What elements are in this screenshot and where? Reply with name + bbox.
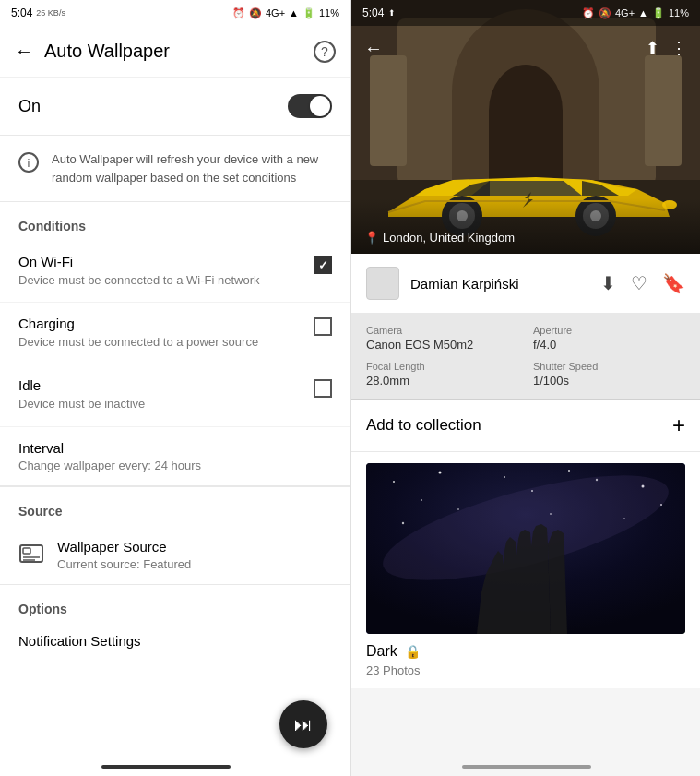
svg-rect-10: [370, 55, 407, 166]
interval-row: Interval Change wallpaper every: 24 hour…: [0, 427, 350, 486]
idle-condition-row: Idle Device must be inactive: [0, 364, 350, 426]
right-panel: 5:04 ⬆ ⏰ 🔕 4G+ ▲ 🔋 11%: [351, 0, 700, 776]
svg-rect-1: [23, 548, 30, 554]
svg-rect-9: [489, 111, 563, 185]
wallpaper-source-text: Wallpaper Source Current source: Feature…: [57, 539, 332, 571]
svg-point-32: [402, 522, 404, 524]
toggle-knob: [310, 96, 330, 116]
like-icon[interactable]: ♡: [631, 272, 647, 294]
left-status-time-group: 5:04 25 KB/s: [11, 6, 65, 19]
page-title: Auto Wallpaper: [44, 41, 303, 62]
collection-meta: Dark 🔒: [366, 634, 685, 663]
collection-name: Dark: [366, 643, 397, 660]
left-toolbar: ← Auto Wallpaper ?: [0, 26, 350, 78]
aperture-value: f/4.0: [533, 338, 685, 352]
location-text: London, United Kingdom: [383, 231, 515, 245]
charging-condition-desc: Device must be connected to a power sour…: [18, 334, 303, 351]
shutter-speed-detail: Shutter Speed 1/100s: [533, 361, 685, 388]
wifi-condition-desc: Device must be connected to a Wi-Fi netw…: [18, 272, 303, 289]
interval-title: Interval: [18, 440, 332, 456]
play-next-button[interactable]: ⏭: [279, 700, 327, 748]
photo-action-icons: ⬇ ♡ 🔖: [600, 272, 685, 294]
aperture-detail: Aperture f/4.0: [533, 325, 685, 352]
battery-percent: 11%: [319, 7, 339, 18]
bookmark-icon[interactable]: 🔖: [662, 272, 685, 294]
right-status-bar: 5:04 ⬆ ⏰ 🔕 4G+ ▲ 🔋 11%: [351, 0, 700, 26]
collection-thumbnail: [366, 463, 685, 634]
charging-condition-row: Charging Device must be connected to a p…: [0, 303, 350, 364]
left-scroll-content: On i Auto Wallpaper will refresh your de…: [0, 78, 350, 776]
source-header: Source: [0, 486, 350, 526]
left-data-speed: 25 KB/s: [36, 8, 65, 18]
notification-settings-item[interactable]: Notification Settings: [0, 620, 350, 662]
back-button[interactable]: ←: [15, 41, 33, 62]
hero-upload-icon[interactable]: ⬆: [646, 38, 659, 58]
add-to-collection-row: Add to collection +: [351, 400, 700, 452]
left-bottom-bar: [101, 765, 231, 769]
right-status-right: ⏰ 🔕 4G+ ▲ 🔋 11%: [582, 7, 689, 19]
idle-condition-desc: Device must be inactive: [18, 396, 303, 412]
hero-top-bar: ← ⬆ ⋮: [351, 26, 700, 70]
focal-length-value: 28.0mm: [366, 374, 518, 388]
signal-icon: ▲: [289, 7, 299, 18]
svg-point-22: [439, 472, 442, 474]
svg-point-21: [393, 481, 395, 483]
left-status-icons: ⏰ 🔕 4G+ ▲ 🔋 11%: [232, 7, 339, 19]
left-panel: 5:04 25 KB/s ⏰ 🔕 4G+ ▲ 🔋 11% ← Auto Wall…: [0, 0, 351, 776]
charging-checkbox[interactable]: [314, 317, 332, 336]
photographer-name: Damian Karpiński: [410, 276, 589, 292]
right-signal-icon: ▲: [638, 7, 648, 18]
on-toggle[interactable]: [288, 94, 332, 118]
hero-back-button[interactable]: ←: [364, 38, 383, 59]
hero-actions: ⬆ ⋮: [646, 38, 687, 58]
hero-overlay: [351, 198, 700, 254]
on-toggle-row: On: [0, 78, 350, 136]
wifi-condition-row: On Wi-Fi Device must be connected to a W…: [0, 241, 350, 303]
wifi-condition-title: On Wi-Fi: [18, 254, 303, 269]
photographer-avatar: [366, 267, 399, 300]
collection-item[interactable]: Dark 🔒 23 Photos: [351, 452, 700, 688]
right-alarm-icon: ⏰: [582, 7, 595, 19]
focal-length-detail: Focal Length 28.0mm: [366, 361, 518, 388]
wifi-checkbox[interactable]: [314, 256, 332, 274]
wallpaper-source-desc: Current source: Featured: [57, 557, 332, 571]
right-battery-percent: 11%: [669, 7, 689, 18]
charging-condition-title: Charging: [18, 316, 303, 331]
info-text: Auto Wallpaper will refresh your device …: [52, 150, 332, 186]
idle-checkbox[interactable]: [314, 379, 332, 398]
camera-value: Canon EOS M50m2: [366, 338, 518, 352]
shutter-speed-label: Shutter Speed: [533, 361, 685, 372]
right-mute-icon: 🔕: [599, 7, 611, 19]
right-time: 5:04: [362, 6, 384, 19]
svg-point-23: [504, 476, 505, 478]
charging-condition-text: Charging Device must be connected to a p…: [18, 316, 314, 351]
options-header: Options: [0, 585, 350, 620]
svg-point-24: [568, 470, 570, 472]
hero-image: ← ⬆ ⋮ 📍 London, United Kingdom: [351, 0, 700, 254]
download-icon[interactable]: ⬇: [600, 272, 616, 294]
collection-count: 23 Photos: [366, 663, 685, 677]
hero-more-icon[interactable]: ⋮: [670, 38, 687, 58]
wallpaper-source-icon: [18, 542, 44, 567]
right-status-left: 5:04 ⬆: [362, 6, 396, 19]
info-icon: i: [18, 152, 39, 173]
left-time: 5:04: [11, 6, 32, 19]
add-collection-button[interactable]: +: [672, 412, 685, 438]
camera-label: Camera: [366, 325, 518, 336]
focal-length-label: Focal Length: [366, 361, 518, 372]
camera-detail: Camera Canon EOS M50m2: [366, 325, 518, 352]
shutter-speed-value: 1/100s: [533, 374, 685, 388]
hero-location: 📍 London, United Kingdom: [364, 231, 515, 245]
battery-icon: 🔋: [303, 7, 315, 19]
interval-desc: Change wallpaper every: 24 hours: [18, 459, 332, 472]
alarm-icon: ⏰: [232, 7, 245, 19]
right-network-icon: 4G+: [615, 7, 635, 18]
idle-condition-title: Idle: [18, 377, 303, 393]
wallpaper-source-row[interactable]: Wallpaper Source Current source: Feature…: [0, 526, 350, 585]
conditions-header: Conditions: [0, 202, 350, 241]
help-button[interactable]: ?: [314, 41, 336, 63]
info-row: i Auto Wallpaper will refresh your devic…: [0, 136, 350, 202]
mute-icon: 🔕: [249, 7, 262, 19]
network-icon: 4G+: [266, 7, 285, 18]
help-icon-label: ?: [321, 44, 328, 59]
